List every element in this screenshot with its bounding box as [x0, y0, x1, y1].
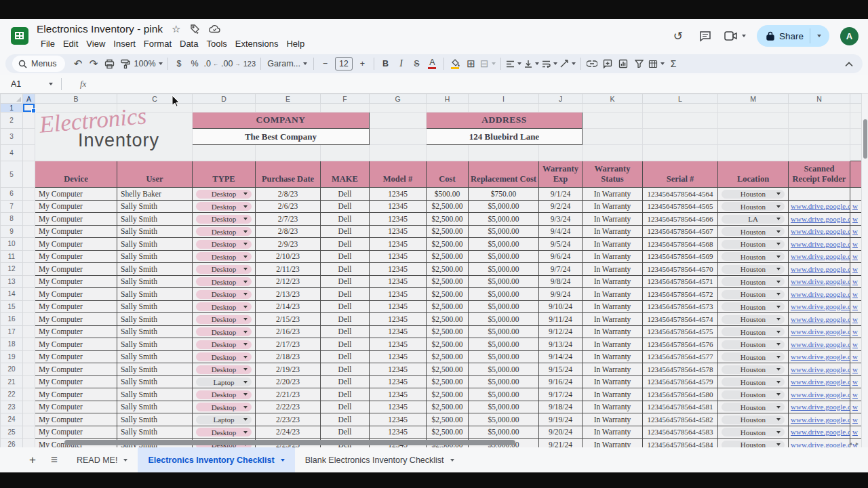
header-device[interactable]: Device: [35, 161, 117, 188]
receipt-link-clipped[interactable]: w: [852, 215, 858, 223]
cell-replacement-cost[interactable]: $5,000.00: [469, 225, 539, 238]
cell-serial[interactable]: 1234564578564-4582: [643, 413, 718, 426]
receipt-link-clipped[interactable]: w: [852, 352, 858, 361]
column-header[interactable]: N: [789, 94, 850, 104]
cell-warranty-exp[interactable]: 9/1/24: [539, 188, 583, 201]
cell-receipt-overflow[interactable]: w: [850, 238, 862, 251]
type-dropdown[interactable]: Laptop: [196, 378, 252, 386]
location-dropdown[interactable]: Houston: [722, 227, 785, 236]
row-number[interactable]: 14: [1, 288, 23, 301]
cell-serial[interactable]: 1234564578564-4569: [643, 250, 718, 263]
cell[interactable]: [23, 375, 35, 388]
cell-location[interactable]: Houston: [718, 300, 789, 313]
account-avatar[interactable]: A: [840, 27, 859, 45]
cell-type[interactable]: Desktop: [193, 363, 256, 376]
cell-warranty-status[interactable]: In Warranty: [583, 275, 643, 288]
location-dropdown[interactable]: Houston: [722, 403, 785, 411]
cell-cost[interactable]: $2,500.00: [427, 375, 469, 388]
cell-make[interactable]: Dell: [321, 375, 370, 388]
cell-warranty-exp[interactable]: 9/3/24: [539, 213, 583, 226]
row-number[interactable]: 9: [1, 225, 23, 238]
cell-warranty-exp[interactable]: 9/16/24: [539, 375, 583, 388]
location-dropdown[interactable]: Houston: [722, 252, 785, 261]
location-dropdown[interactable]: Houston: [722, 265, 785, 274]
cell-warranty-status[interactable]: In Warranty: [583, 375, 643, 388]
cloud-saved-icon[interactable]: [209, 24, 220, 33]
cell-location[interactable]: LA: [718, 213, 789, 226]
receipt-link[interactable]: www.drive.google.co: [791, 352, 850, 361]
cell-receipt-link[interactable]: www.drive.google.co: [789, 350, 850, 363]
cell-purchase-date[interactable]: 2/21/23: [256, 388, 321, 401]
cell-user[interactable]: Sally Smith: [117, 200, 193, 213]
receipt-link[interactable]: www.drive.google.co: [791, 202, 850, 210]
cell-make[interactable]: Dell: [321, 363, 370, 376]
type-dropdown[interactable]: Desktop: [196, 365, 252, 374]
all-sheets-button[interactable]: ≡: [45, 451, 64, 470]
cell-receipt-link[interactable]: www.drive.google.co: [789, 426, 850, 439]
cell-receipt-link[interactable]: www.drive.google.co: [789, 250, 850, 263]
undo-button[interactable]: ↶: [71, 56, 86, 72]
cell-cost[interactable]: $2,500.00: [427, 238, 469, 251]
cell-model[interactable]: 12345: [370, 225, 427, 238]
cell-replacement-cost[interactable]: $5,000.00: [469, 401, 539, 413]
cell[interactable]: [23, 300, 35, 313]
cell-cost[interactable]: $2,500.00: [427, 325, 469, 338]
receipt-link-clipped[interactable]: w: [852, 403, 858, 411]
receipt-link[interactable]: www.drive.google.co: [791, 240, 850, 248]
location-dropdown[interactable]: Houston: [722, 190, 785, 199]
cell-model[interactable]: 12345: [370, 188, 427, 201]
cell-receipt-overflow[interactable]: w: [850, 225, 862, 238]
receipt-link-clipped[interactable]: w: [852, 277, 858, 285]
receipt-link-clipped[interactable]: w: [852, 202, 858, 210]
cell-type[interactable]: Desktop: [193, 426, 256, 439]
cell-model[interactable]: 12345: [370, 313, 427, 326]
cell-location[interactable]: Houston: [718, 388, 789, 401]
cell-type[interactable]: Desktop: [193, 250, 256, 263]
location-dropdown[interactable]: LA: [722, 215, 785, 224]
type-dropdown[interactable]: Desktop: [196, 240, 252, 249]
cell-user[interactable]: Sally Smith: [117, 313, 193, 326]
cell[interactable]: [850, 129, 862, 145]
cell-warranty-status[interactable]: In Warranty: [583, 426, 643, 439]
cell-serial[interactable]: 1234564578564-4570: [643, 263, 718, 276]
cell-warranty-status[interactable]: In Warranty: [583, 401, 643, 413]
cell-receipt-overflow[interactable]: w: [850, 200, 862, 213]
cell-receipt-overflow[interactable]: w: [850, 426, 862, 439]
cell-purchase-date[interactable]: 2/13/23: [256, 288, 321, 301]
cell-serial[interactable]: 1234564578564-4572: [643, 288, 718, 301]
cell-receipt-link[interactable]: www.drive.google.co: [789, 275, 850, 288]
cell-purchase-date[interactable]: 2/22/23: [256, 401, 321, 413]
cell[interactable]: [23, 250, 35, 263]
cell-serial[interactable]: 1234564578564-4575: [643, 325, 718, 338]
version-history-icon[interactable]: ↺: [670, 28, 686, 44]
decrease-decimals-button[interactable]: .0←: [203, 56, 220, 72]
cell[interactable]: [23, 263, 35, 276]
print-button[interactable]: [102, 56, 117, 72]
cell-model[interactable]: 12345: [370, 413, 427, 426]
column-header[interactable]: L: [643, 94, 718, 104]
cell-receipt-overflow[interactable]: w: [850, 413, 862, 426]
type-dropdown[interactable]: Desktop: [196, 290, 252, 299]
cell[interactable]: [23, 188, 35, 201]
header-receipt[interactable]: Scanned Receipt Folder: [789, 161, 850, 188]
cell-user[interactable]: Sally Smith: [117, 225, 193, 238]
cell-type[interactable]: Desktop: [193, 238, 256, 251]
cell-purchase-date[interactable]: 2/19/23: [256, 363, 321, 376]
cell-receipt-overflow[interactable]: w: [850, 213, 862, 226]
column-header[interactable]: H: [427, 94, 469, 104]
header-model[interactable]: Model #: [370, 161, 427, 188]
cell-warranty-exp[interactable]: 9/17/24: [539, 388, 583, 401]
cell[interactable]: [23, 145, 35, 161]
cell-model[interactable]: 12345: [370, 288, 427, 301]
vertical-align-button[interactable]: [523, 56, 540, 72]
cell[interactable]: [583, 145, 643, 161]
receipt-link[interactable]: www.drive.google.co: [791, 415, 850, 424]
cell-cost[interactable]: $2,500.00: [427, 388, 469, 401]
column-header[interactable]: M: [718, 94, 789, 104]
cell-replacement-cost[interactable]: $5,000.00: [469, 250, 539, 263]
cell-purchase-date[interactable]: 2/16/23: [256, 325, 321, 338]
type-dropdown[interactable]: Desktop: [196, 215, 252, 224]
receipt-link-clipped[interactable]: w: [852, 378, 858, 386]
receipt-link-clipped[interactable]: w: [852, 428, 858, 436]
cell[interactable]: [469, 104, 539, 113]
